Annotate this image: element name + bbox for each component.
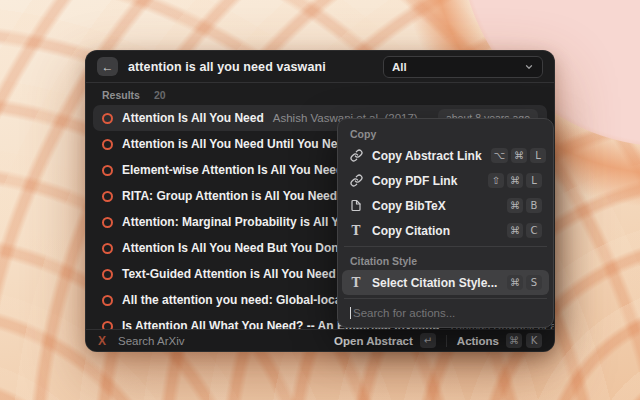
return-key-icon: ↵ xyxy=(420,333,436,348)
shortcut-key: ⌥ xyxy=(491,148,509,163)
menu-section-title: Copy xyxy=(342,123,549,143)
actions-search-placeholder: Search for actions... xyxy=(353,307,455,319)
menu-item-shortcut: ⌘S xyxy=(507,275,542,290)
document-icon xyxy=(350,199,362,212)
arxiv-paper-icon xyxy=(102,217,113,228)
results-header: Results 20 xyxy=(86,83,554,105)
dropdown-value: All xyxy=(392,61,524,73)
back-arrow-icon: ← xyxy=(102,60,114,74)
menu-item-shortcut: ⇧⌘L xyxy=(488,173,542,188)
back-button[interactable]: ← xyxy=(97,57,118,76)
shortcut-key: ⇧ xyxy=(488,173,504,188)
menu-item[interactable]: TSelect Citation Style...⌘S xyxy=(342,270,549,295)
search-input[interactable]: attention is all you need vaswani xyxy=(128,60,383,74)
text-style-icon: T xyxy=(352,224,361,238)
menu-item-shortcut: ⌥⌘L xyxy=(491,148,547,163)
menu-item[interactable]: Copy BibTeX⌘B xyxy=(342,193,549,218)
results-label: Results xyxy=(102,89,140,101)
actions-button[interactable]: Actions xyxy=(457,335,499,347)
menu-item-label: Copy Abstract Link xyxy=(372,149,482,163)
shortcut-key: S xyxy=(526,275,542,290)
menu-item-label: Copy PDF Link xyxy=(372,174,479,188)
menu-item[interactable]: Copy Abstract Link⌥⌘L xyxy=(342,143,549,168)
arxiv-paper-icon xyxy=(102,243,113,254)
shortcut-key: L xyxy=(530,148,546,163)
shortcut-key: ⌘ xyxy=(507,223,523,238)
shortcut-key: ⌘ xyxy=(507,173,523,188)
menu-item[interactable]: TCopy Citation⌘C xyxy=(342,218,549,243)
shortcut-key: B xyxy=(526,198,542,213)
extension-name: Search ArXiv xyxy=(118,335,184,347)
arxiv-paper-icon xyxy=(102,295,113,306)
category-dropdown[interactable]: All xyxy=(383,56,543,78)
menu-item-shortcut: ⌘C xyxy=(507,223,542,238)
actions-menu-sections: CopyCopy Abstract Link⌥⌘LCopy PDF Link⇧⌘… xyxy=(342,123,549,295)
menu-item-label: Copy BibTeX xyxy=(372,199,498,213)
result-title: Element-wise Attention Is All You Need xyxy=(122,163,343,177)
shortcut-key: ⌘ xyxy=(506,333,522,348)
actions-menu: CopyCopy Abstract Link⌥⌘LCopy PDF Link⇧⌘… xyxy=(337,118,554,328)
menu-divider xyxy=(344,298,547,299)
text-style-icon: T xyxy=(352,276,361,290)
shortcut-key: ⌘ xyxy=(507,198,523,213)
shortcut-key: L xyxy=(526,173,542,188)
search-header: ← attention is all you need vaswani All xyxy=(86,51,554,83)
desktop-background: ← attention is all you need vaswani All … xyxy=(0,0,640,400)
actions-search-field[interactable]: Search for actions... xyxy=(342,302,549,324)
arxiv-paper-icon xyxy=(102,321,113,330)
text-caret xyxy=(350,307,351,319)
chevron-down-icon xyxy=(524,62,534,72)
arxiv-logo-icon: X xyxy=(98,334,106,348)
shortcut-key: ⌘ xyxy=(507,275,523,290)
actions-shortcut-keys: ⌘K xyxy=(506,333,542,348)
results-count: 20 xyxy=(154,89,166,101)
menu-section-title: Citation Style xyxy=(342,250,549,270)
menu-item[interactable]: Copy PDF Link⇧⌘L xyxy=(342,168,549,193)
menu-item-label: Select Citation Style... xyxy=(372,276,498,290)
statusbar-divider xyxy=(446,335,447,347)
menu-divider xyxy=(344,246,547,247)
status-bar: X Search ArXiv Open Abstract ↵ Actions ⌘… xyxy=(86,329,554,351)
arxiv-paper-icon xyxy=(102,139,113,150)
open-abstract-button[interactable]: Open Abstract xyxy=(334,335,413,347)
arxiv-paper-icon xyxy=(102,269,113,280)
shortcut-key: K xyxy=(526,333,542,348)
link-icon xyxy=(350,174,363,187)
result-title: Attention Is All You Need xyxy=(122,111,264,125)
link-icon xyxy=(350,149,363,162)
menu-item-shortcut: ⌘B xyxy=(507,198,542,213)
arxiv-paper-icon xyxy=(102,113,113,124)
arxiv-paper-icon xyxy=(102,165,113,176)
shortcut-key: C xyxy=(526,223,542,238)
menu-item-label: Copy Citation xyxy=(372,224,498,238)
shortcut-key: ⌘ xyxy=(511,148,527,163)
arxiv-paper-icon xyxy=(102,191,113,202)
